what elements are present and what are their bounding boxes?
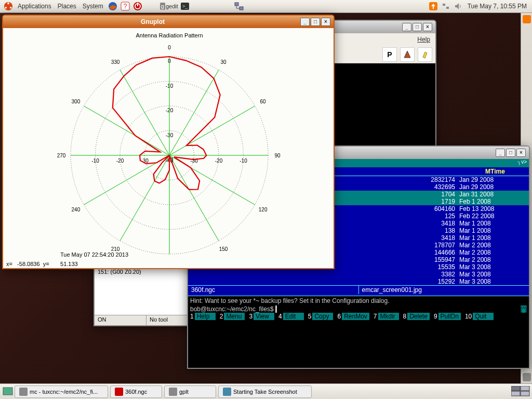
fkey-renmov[interactable]: 6RenMov xyxy=(336,313,372,320)
mc-selected-left: 360f.ngc xyxy=(188,286,359,294)
svg-rect-13 xyxy=(240,7,243,10)
taskbar-item[interactable]: mc - tuxcnc:~/emc2/nc_fi... xyxy=(15,385,108,398)
svg-line-50 xyxy=(84,106,169,155)
fkey-help[interactable]: 1Help xyxy=(189,313,219,320)
close-button[interactable]: × xyxy=(321,18,330,26)
svg-rect-64 xyxy=(511,391,520,396)
svg-text:?: ? xyxy=(123,3,127,10)
ubuntu-logo-icon[interactable] xyxy=(3,1,14,12)
fkey-menu[interactable]: 2Menu xyxy=(219,313,248,320)
update-icon[interactable] xyxy=(428,1,439,12)
terminal-icon[interactable]: >_ xyxy=(179,1,191,12)
workspace-switcher[interactable] xyxy=(511,386,530,397)
svg-point-1 xyxy=(7,3,9,5)
maximize-button[interactable]: □ xyxy=(311,18,320,26)
svg-rect-16 xyxy=(446,7,449,9)
fkey-copy[interactable]: 5Copy xyxy=(307,313,337,320)
workspace-icon[interactable] xyxy=(523,15,531,23)
svg-text:330: 330 xyxy=(111,59,120,65)
svg-text:270: 270 xyxy=(57,153,66,158)
svg-text:90: 90 xyxy=(274,153,281,158)
fkey-pulldn[interactable]: 9PullDn xyxy=(433,313,464,320)
taskbar-item[interactable]: 360f.ngc xyxy=(110,385,162,398)
minimize-button[interactable]: _ xyxy=(496,149,505,157)
svg-text:Antenna Radiation Pattern: Antenna Radiation Pattern xyxy=(136,32,203,38)
axis-icon xyxy=(115,388,123,396)
volume-icon[interactable] xyxy=(453,1,464,12)
svg-text:-10: -10 xyxy=(240,158,247,164)
taskbar-item[interactable]: gplt xyxy=(164,385,216,398)
top-panel: Applications Places System ? ggedit >_ T… xyxy=(0,0,532,13)
svg-rect-9 xyxy=(137,3,138,6)
trash-icon[interactable] xyxy=(523,373,531,381)
minimize-button[interactable]: _ xyxy=(402,23,411,31)
svg-line-34 xyxy=(169,106,255,155)
svg-rect-61 xyxy=(3,388,12,395)
show-desktop-icon[interactable] xyxy=(2,385,14,398)
fkey-quit[interactable]: 10Quit xyxy=(464,313,497,320)
chart-timestamp: Tue May 07 22:54:20 2013 xyxy=(60,251,128,258)
maximize-button[interactable]: □ xyxy=(506,149,515,157)
close-button[interactable]: × xyxy=(423,23,432,31)
taskbar-item[interactable]: Starting Take Screenshot xyxy=(218,385,312,398)
terminal-icon xyxy=(169,388,177,396)
close-button[interactable]: × xyxy=(516,149,526,157)
maximize-button[interactable]: □ xyxy=(413,23,422,31)
gedit-launcher[interactable]: ggedit xyxy=(160,1,178,12)
minimize-button[interactable]: _ xyxy=(300,18,310,26)
chart-coords: x= -58.0836 y= 51.133 xyxy=(6,261,78,267)
mc-prompt[interactable]: bob@tuxcnc:~/emc2/nc_files$ [^] xyxy=(188,305,529,313)
places-menu[interactable]: Places xyxy=(55,3,79,10)
firefox-icon[interactable] xyxy=(107,1,118,12)
svg-line-44 xyxy=(120,155,169,241)
svg-text:-20: -20 xyxy=(215,158,223,164)
svg-text:300: 300 xyxy=(72,99,81,104)
gnuplot-titlebar[interactable]: Gnuplot _ □ × xyxy=(3,16,334,28)
mc-hint: Hint: Want to see your *~ backup files? … xyxy=(188,296,529,305)
mc-fkeys: 1Help2Menu3View4Edit5Copy6RenMov7Mkdir8D… xyxy=(188,313,529,320)
network-icon[interactable] xyxy=(233,1,245,12)
list-item[interactable]: 3382Mar 3 2008 xyxy=(188,271,529,278)
system-menu[interactable]: System xyxy=(79,3,107,10)
svg-text:30: 30 xyxy=(220,59,227,65)
svg-line-32 xyxy=(169,70,219,155)
fkey-mkdir[interactable]: 7Mkdir xyxy=(373,313,402,320)
svg-text:-10: -10 xyxy=(91,158,99,164)
svg-point-2 xyxy=(5,7,7,9)
svg-text:240: 240 xyxy=(72,207,81,212)
terminal-icon xyxy=(19,388,28,396)
fkey-view[interactable]: 3View xyxy=(248,313,277,320)
svg-text:-20: -20 xyxy=(116,158,124,164)
mc-selected-right: emcar_screen001.jpg xyxy=(359,286,529,294)
clock[interactable]: Tue May 7, 10:55 PM xyxy=(464,3,530,10)
clear-icon[interactable] xyxy=(418,47,432,62)
list-item[interactable]: 15292Mar 3 2008 xyxy=(188,278,529,285)
power-icon[interactable] xyxy=(132,1,143,12)
svg-text:120: 120 xyxy=(259,207,268,212)
svg-text:150: 150 xyxy=(219,246,228,252)
svg-rect-65 xyxy=(521,391,529,396)
svg-text:0: 0 xyxy=(168,45,171,50)
fkey-edit[interactable]: 4Edit xyxy=(277,313,307,320)
svg-rect-12 xyxy=(235,3,238,6)
polar-chart[interactable]: Antenna Radiation Pattern0-10-20-30-4003… xyxy=(3,28,334,258)
applications-menu[interactable]: Applications xyxy=(15,3,55,10)
perspective-icon[interactable]: P xyxy=(382,47,397,62)
svg-line-40 xyxy=(169,155,219,241)
screenshot-icon xyxy=(223,388,231,396)
svg-rect-63 xyxy=(521,386,529,391)
svg-point-3 xyxy=(10,7,12,9)
fkey-delete[interactable]: 8Delete xyxy=(402,313,433,320)
help-icon[interactable]: ? xyxy=(119,1,131,12)
status-on: ON xyxy=(95,315,147,325)
cone-icon[interactable] xyxy=(400,47,415,62)
svg-text:60: 60 xyxy=(260,99,267,104)
gnuplot-window: Gnuplot _ □ × Antenna Radiation Pattern0… xyxy=(2,15,335,269)
bottom-panel: mc - tuxcnc:~/emc2/nc_fi... 360f.ngc gpl… xyxy=(0,383,532,399)
network-status-icon[interactable] xyxy=(440,1,451,12)
svg-text:>_: >_ xyxy=(182,4,188,9)
svg-rect-62 xyxy=(511,386,520,391)
svg-rect-15 xyxy=(443,4,445,6)
